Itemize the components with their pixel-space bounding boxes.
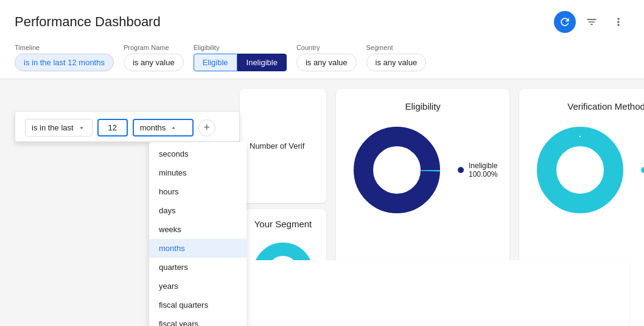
more-button[interactable] <box>607 11 629 33</box>
chevron-up-icon <box>169 124 178 132</box>
instant-dot <box>641 167 644 173</box>
ineligible-chip[interactable]: Ineligible <box>237 54 287 71</box>
option-quarters[interactable]: quarters <box>149 258 247 277</box>
verification-donut-container: Instant 100.00% <box>531 121 644 219</box>
number-of-verif-card: Number of Verif <box>240 89 326 203</box>
eligible-chip[interactable]: Eligible <box>194 54 237 71</box>
eligibility-title: Eligibility <box>348 101 497 112</box>
country-label: Country <box>296 44 357 51</box>
country-filter-group: Country is any value <box>296 44 357 71</box>
page-title: Performance Dashboard <box>15 14 161 30</box>
refresh-button[interactable] <box>554 11 576 33</box>
bottom-row: Daily Verifications 3 <box>15 260 629 326</box>
option-fiscal-years[interactable]: fiscal years <box>149 314 247 326</box>
segment-filter-group: Segment is any value <box>366 44 427 71</box>
timeline-label: Timeline <box>15 44 114 51</box>
country-chip[interactable]: is any value <box>296 54 357 71</box>
program-name-filter-group: Program Name is any value <box>124 44 184 71</box>
filter-button[interactable] <box>581 11 603 33</box>
option-hours[interactable]: hours <box>149 182 247 201</box>
segment-label: Segment <box>366 44 427 51</box>
header-actions <box>554 11 629 33</box>
timeline-number-input[interactable] <box>97 119 128 136</box>
unit-select[interactable]: months <box>133 119 194 136</box>
timeline-filter-group: Timeline is in the last 12 months <box>15 44 114 71</box>
eligibility-filter-group: Eligibility Eligible Ineligible <box>194 44 287 71</box>
add-condition-button[interactable]: + <box>198 119 215 136</box>
instant-legend: Instant 100.00% <box>641 161 644 179</box>
condition-value: is in the last <box>32 123 74 132</box>
svg-point-2 <box>363 136 430 204</box>
verification-legend: Instant 100.00% <box>641 161 644 179</box>
ineligible-value: 100.00% <box>469 170 497 179</box>
eligibility-group: Eligible Ineligible <box>194 54 287 71</box>
option-weeks[interactable]: weeks <box>149 220 247 239</box>
number-of-verif-title: Number of Verif <box>250 141 304 151</box>
timeline-chip[interactable]: is in the last 12 months <box>15 54 114 71</box>
eligibility-donut <box>348 121 446 219</box>
verification-method-title: Verification Method <box>531 101 644 112</box>
verification-donut <box>531 121 629 219</box>
filter-bar: Timeline is in the last 12 months Progra… <box>0 39 644 79</box>
refresh-icon <box>559 16 571 28</box>
chevron-down-icon <box>77 124 86 132</box>
timeline-row: is in the last months + <box>25 119 229 136</box>
timeline-editor-popup: is in the last months + seconds minutes … <box>15 111 240 142</box>
header: Performance Dashboard <box>0 0 644 39</box>
ineligible-legend: Ineligible 100.00% <box>458 161 497 179</box>
option-days[interactable]: days <box>149 201 247 220</box>
ineligible-legend-text: Ineligible 100.00% <box>469 161 497 179</box>
program-name-label: Program Name <box>124 44 184 51</box>
your-segment-title: Your Segment <box>250 219 317 229</box>
unit-dropdown-list: seconds minutes hours days weeks months … <box>149 142 247 326</box>
more-icon <box>612 16 625 28</box>
option-seconds[interactable]: seconds <box>149 144 247 163</box>
ineligible-dot <box>458 167 464 173</box>
option-minutes[interactable]: minutes <box>149 163 247 182</box>
unit-value: months <box>140 123 166 132</box>
program-name-chip[interactable]: is any value <box>124 54 184 71</box>
option-months[interactable]: months <box>149 239 247 258</box>
option-years[interactable]: years <box>149 277 247 296</box>
eligibility-donut-container: Ineligible 100.00% <box>348 121 497 219</box>
ineligible-label: Ineligible <box>469 161 497 170</box>
option-fiscal-quarters[interactable]: fiscal quarters <box>149 296 247 314</box>
eligibility-label: Eligibility <box>194 44 287 51</box>
bottom-left-spacer <box>15 260 149 326</box>
add-icon: + <box>203 121 210 134</box>
eligibility-legend: Ineligible 100.00% <box>458 161 497 179</box>
condition-select[interactable]: is in the last <box>25 119 93 136</box>
filter-icon <box>586 16 598 28</box>
segment-chip[interactable]: is any value <box>366 54 427 71</box>
svg-point-4 <box>547 136 614 204</box>
